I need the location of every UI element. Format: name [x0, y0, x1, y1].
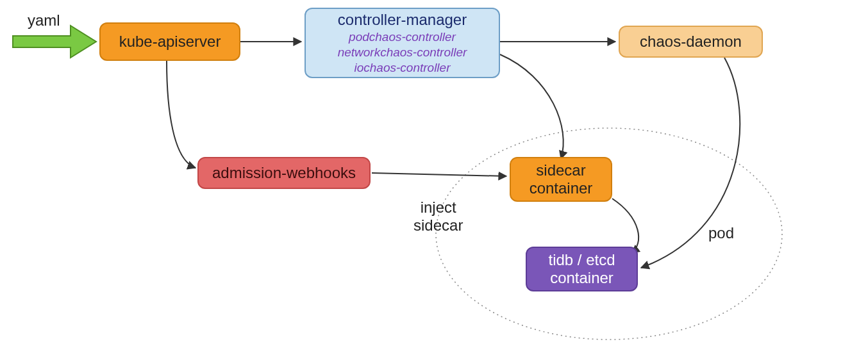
inject-sidecar-label: inject sidecar [413, 199, 463, 234]
node-tidb-etcd-container-label1: tidb / etcd [548, 251, 615, 269]
yaml-label: yaml [28, 12, 60, 29]
edge-sidecar-tidb [612, 199, 638, 253]
pod-label: pod [708, 224, 734, 242]
node-chaos-daemon: chaos-daemon [619, 26, 763, 58]
node-admission-webhooks: admission-webhooks [197, 157, 371, 189]
node-admission-webhooks-label: admission-webhooks [212, 164, 356, 182]
node-chaos-daemon-label: chaos-daemon [640, 33, 742, 51]
edge-apiserver-webhooks [167, 61, 196, 168]
node-controller-manager-title: controller-manager [338, 11, 467, 29]
node-controller-manager-sub2: networkchaos-controller [338, 45, 467, 60]
node-tidb-etcd-container: tidb / etcd container [526, 247, 638, 291]
inject-sidecar-label-line2: sidecar [413, 217, 463, 234]
yaml-arrow [13, 26, 96, 58]
node-kube-apiserver-label: kube-apiserver [119, 33, 221, 51]
node-controller-manager-sub3: iochaos-controller [355, 61, 451, 75]
node-sidecar-container-label2: container [530, 179, 593, 197]
node-sidecar-container: sidecar container [510, 157, 612, 202]
node-controller-manager: controller-manager podchaos-controller n… [305, 8, 500, 78]
diagram-stage: yaml kube-apiserver controller-manager p… [0, 0, 868, 344]
node-kube-apiserver: kube-apiserver [99, 22, 240, 61]
edge-controller-sidecar [500, 54, 563, 159]
edge-webhooks-sidecar [372, 173, 506, 176]
inject-sidecar-label-line1: inject [413, 199, 463, 217]
node-sidecar-container-label1: sidecar [536, 161, 585, 179]
node-tidb-etcd-container-label2: container [550, 269, 613, 287]
node-controller-manager-sub1: podchaos-controller [349, 30, 456, 44]
